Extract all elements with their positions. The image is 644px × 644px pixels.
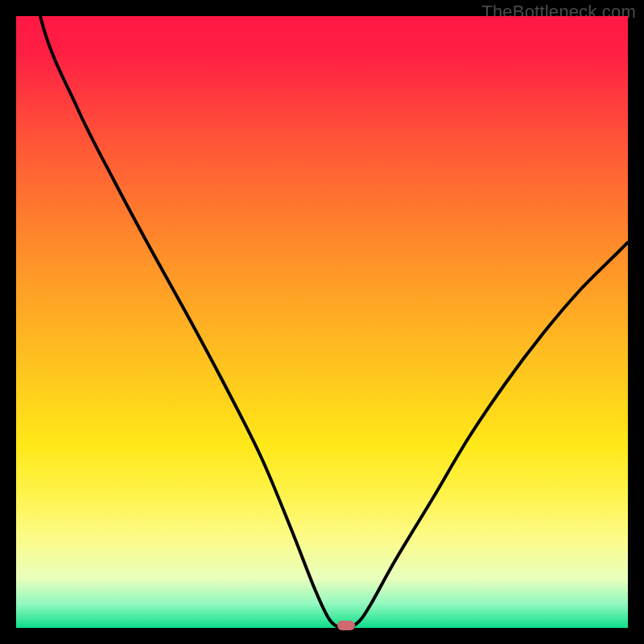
optimal-point-marker [337,621,355,630]
curve-path [16,0,628,628]
plot-area [16,16,628,628]
bottleneck-curve [16,16,628,628]
chart-frame: TheBottleneck.com [0,0,644,644]
